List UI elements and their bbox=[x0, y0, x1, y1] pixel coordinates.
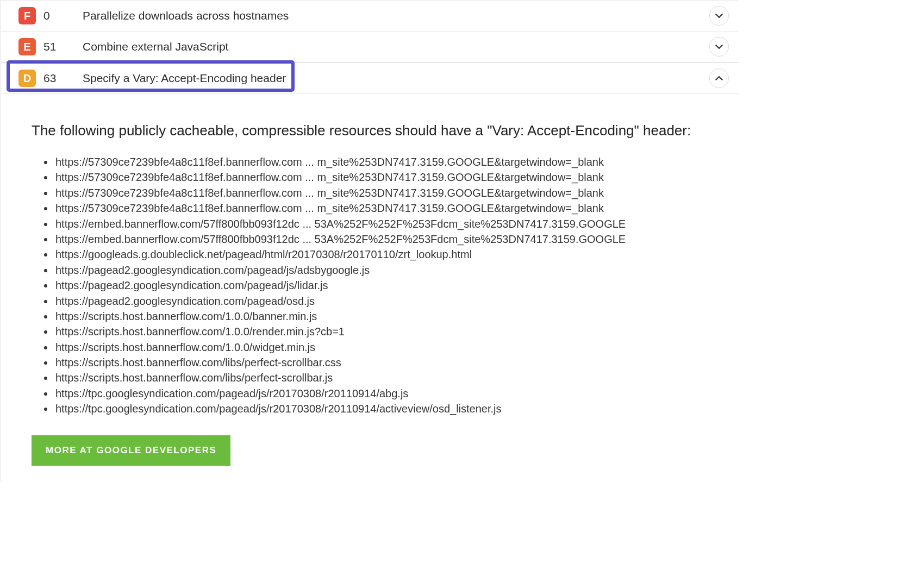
rule-row-combine-js[interactable]: E 51 Combine external JavaScript bbox=[1, 32, 739, 62]
rule-detail-panel: The following publicly cacheable, compre… bbox=[1, 94, 739, 481]
rule-row-vary-header[interactable]: D 63 Specify a Vary: Accept-Encoding hea… bbox=[1, 62, 739, 94]
resource-url: https://scripts.host.bannerflow.com/1.0.… bbox=[54, 309, 713, 324]
resource-url: https://57309ce7239bfe4a8c11f8ef.bannerf… bbox=[54, 201, 713, 216]
rule-title: Parallelize downloads across hostnames bbox=[83, 9, 709, 22]
chevron-down-icon bbox=[715, 41, 723, 49]
rule-score: 0 bbox=[43, 9, 74, 22]
chevron-down-icon bbox=[715, 10, 723, 18]
resource-url: https://scripts.host.bannerflow.com/1.0.… bbox=[54, 324, 713, 339]
grade-badge: F bbox=[18, 7, 36, 24]
resource-url: https://pagead2.googlesyndication.com/pa… bbox=[54, 262, 713, 278]
resource-url: https://scripts.host.bannerflow.com/libs… bbox=[54, 370, 713, 385]
resource-url: https://tpc.googlesyndication.com/pagead… bbox=[54, 401, 713, 416]
resource-url-list: https://57309ce7239bfe4a8c11f8ef.bannerf… bbox=[32, 154, 713, 417]
resource-url: https://tpc.googlesyndication.com/pagead… bbox=[54, 386, 713, 401]
expand-button[interactable] bbox=[709, 37, 729, 57]
resource-url: https://57309ce7239bfe4a8c11f8ef.bannerf… bbox=[54, 154, 713, 170]
resource-url: https://57309ce7239bfe4a8c11f8ef.bannerf… bbox=[54, 170, 713, 185]
resource-url: https://googleads.g.doubleclick.net/page… bbox=[54, 247, 713, 262]
grade-badge: D bbox=[18, 70, 36, 87]
grade-badge: E bbox=[18, 38, 36, 55]
rule-score: 51 bbox=[43, 40, 74, 53]
resource-url: https://embed.bannerflow.com/57ff800fbb0… bbox=[54, 232, 713, 247]
resource-url: https://pagead2.googlesyndication.com/pa… bbox=[54, 278, 713, 293]
chevron-up-icon bbox=[715, 76, 723, 84]
panel-heading: The following publicly cacheable, compre… bbox=[32, 120, 713, 141]
resource-url: https://scripts.host.bannerflow.com/1.0.… bbox=[54, 340, 713, 355]
rule-row-parallelize[interactable]: F 0 Parallelize downloads across hostnam… bbox=[1, 0, 739, 32]
audit-report: F 0 Parallelize downloads across hostnam… bbox=[0, 0, 918, 481]
resource-url: https://57309ce7239bfe4a8c11f8ef.bannerf… bbox=[54, 185, 713, 201]
collapse-button[interactable] bbox=[709, 68, 729, 88]
resource-url: https://embed.bannerflow.com/57ff800fbb0… bbox=[54, 216, 713, 232]
rule-row-vary-header-wrap: D 63 Specify a Vary: Accept-Encoding hea… bbox=[1, 62, 739, 94]
resource-url: https://pagead2.googlesyndication.com/pa… bbox=[54, 293, 713, 309]
resource-url: https://scripts.host.bannerflow.com/libs… bbox=[54, 355, 713, 370]
more-at-google-developers-button[interactable]: MORE AT GOOGLE DEVELOPERS bbox=[32, 435, 230, 466]
rule-score: 63 bbox=[43, 72, 74, 85]
rule-title: Combine external JavaScript bbox=[83, 40, 709, 53]
rule-title: Specify a Vary: Accept-Encoding header bbox=[83, 72, 709, 85]
expand-button[interactable] bbox=[709, 6, 729, 26]
